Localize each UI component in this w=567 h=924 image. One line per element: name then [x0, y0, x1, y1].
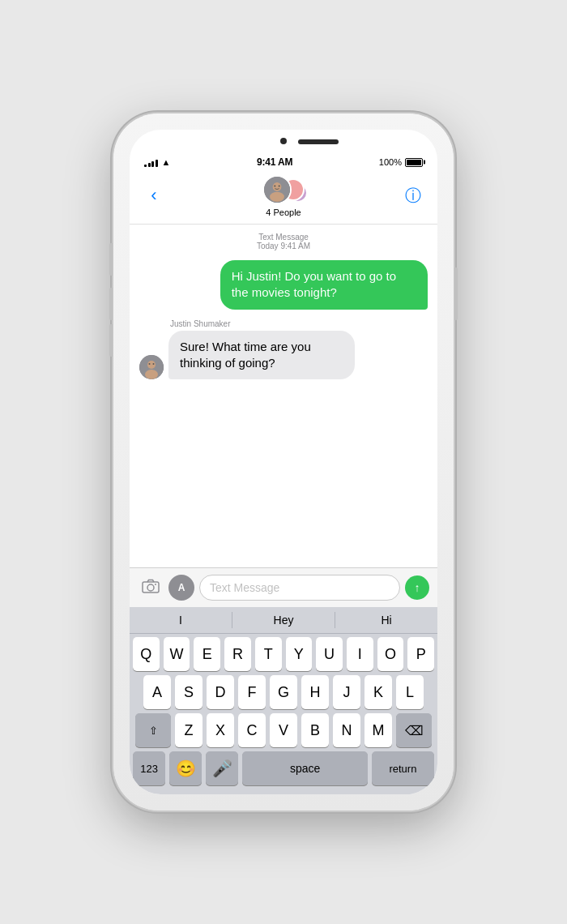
received-inner: Justin Shumaker Sure! What time are you … [168, 319, 355, 380]
received-bubble[interactable]: Sure! What time are you thinking of goin… [168, 331, 355, 380]
key-m[interactable]: M [364, 713, 392, 747]
key-k[interactable]: K [364, 675, 392, 709]
key-j[interactable]: J [333, 675, 360, 709]
key-d[interactable]: D [207, 675, 234, 709]
battery-fill [407, 160, 421, 165]
key-shift[interactable]: ⇧ [135, 713, 171, 747]
key-r[interactable]: R [224, 637, 251, 671]
status-time: 9:41 AM [257, 156, 292, 168]
sender-name: Justin Shumaker [170, 319, 355, 328]
info-button[interactable]: ⓘ [399, 185, 428, 207]
signal-bar-1 [144, 165, 147, 167]
key-i[interactable]: I [347, 637, 373, 671]
key-v[interactable]: V [270, 713, 297, 747]
status-bar: ▲ 9:41 AM 100% [130, 152, 437, 170]
predictive-item-1[interactable]: I [130, 612, 232, 628]
key-g[interactable]: G [270, 675, 297, 709]
key-p[interactable]: P [407, 637, 434, 671]
appstore-button[interactable]: A [168, 575, 194, 601]
key-o[interactable]: O [377, 637, 404, 671]
camera-icon [142, 579, 160, 597]
svg-point-7 [145, 370, 158, 379]
svg-point-12 [155, 584, 156, 585]
key-n[interactable]: N [333, 713, 360, 747]
phone-device: ▲ 9:41 AM 100% ‹ [113, 113, 454, 811]
text-input-placeholder: Text Message [210, 581, 279, 594]
key-s[interactable]: S [175, 675, 202, 709]
key-y[interactable]: Y [286, 637, 313, 671]
key-a[interactable]: A [143, 675, 171, 709]
keyboard-row-4: 123 😊 🎤 space return [133, 751, 434, 785]
key-e[interactable]: E [194, 637, 220, 671]
back-button[interactable]: ‹ [139, 185, 168, 206]
message-received: Justin Shumaker Sure! What time are you … [139, 319, 428, 380]
sender-avatar [139, 355, 164, 379]
phone-screen: ▲ 9:41 AM 100% ‹ [130, 130, 437, 794]
send-arrow-icon: ↑ [415, 581, 420, 594]
svg-point-3 [274, 185, 275, 186]
timestamp-label: Text Message [139, 233, 428, 242]
wifi-icon: ▲ [162, 157, 171, 167]
key-c[interactable]: C [238, 713, 266, 747]
svg-text:A: A [178, 582, 185, 593]
camera-svg [142, 579, 160, 593]
key-b[interactable]: B [301, 713, 329, 747]
key-numbers[interactable]: 123 [133, 751, 165, 785]
svg-point-9 [153, 363, 155, 365]
key-space[interactable]: space [242, 751, 367, 785]
key-w[interactable]: W [164, 637, 190, 671]
message-sent: Hi Justin! Do you want to go to the movi… [139, 260, 428, 310]
send-button[interactable]: ↑ [405, 575, 429, 600]
front-camera [280, 138, 287, 144]
predictive-bar: I Hey Hi [130, 607, 437, 634]
predictive-item-3[interactable]: Hi [335, 612, 437, 628]
svg-point-8 [149, 363, 151, 365]
key-u[interactable]: U [316, 637, 343, 671]
message-timestamp: Text Message Today 9:41 AM [139, 233, 428, 250]
keyboard-row-1: Q W E R T Y U I O P [133, 637, 434, 671]
messages-area: Text Message Today 9:41 AM Hi Justin! Do… [130, 225, 437, 567]
battery-percent: 100% [379, 157, 402, 167]
svg-point-11 [147, 584, 154, 591]
sent-bubble[interactable]: Hi Justin! Do you want to go to the movi… [220, 260, 428, 310]
key-x[interactable]: X [207, 713, 234, 747]
navigation-bar: ‹ [130, 170, 437, 225]
key-h[interactable]: H [301, 675, 329, 709]
signal-bar-2 [148, 163, 151, 167]
svg-point-2 [270, 192, 284, 202]
predictive-item-2[interactable]: Hey [232, 612, 335, 628]
battery-icon [405, 158, 423, 167]
svg-point-6 [147, 361, 156, 369]
key-f[interactable]: F [238, 675, 266, 709]
earpiece-speaker [298, 139, 339, 144]
svg-point-4 [279, 185, 280, 186]
keyboard-row-3: ⇧ Z X C V B N M ⌫ [133, 713, 434, 747]
status-left: ▲ [144, 157, 170, 167]
key-return[interactable]: return [372, 751, 434, 785]
appstore-svg: A [174, 580, 189, 595]
key-z[interactable]: Z [175, 713, 202, 747]
timestamp-sublabel: Today 9:41 AM [139, 242, 428, 250]
key-t[interactable]: T [255, 637, 282, 671]
signal-bar-3 [151, 161, 154, 167]
nav-center: 4 People [261, 173, 306, 217]
text-input-wrapper[interactable]: Text Message [199, 575, 400, 601]
key-mic[interactable]: 🎤 [206, 751, 238, 785]
camera-button[interactable] [138, 575, 164, 601]
message-input-area: A Text Message ↑ [130, 567, 437, 607]
avatar-main [262, 175, 292, 204]
group-name[interactable]: 4 People [266, 207, 301, 217]
group-avatar [261, 173, 306, 206]
person-avatar-svg [264, 175, 290, 204]
key-q[interactable]: Q [133, 637, 160, 671]
key-l[interactable]: L [396, 675, 424, 709]
key-backspace[interactable]: ⌫ [396, 713, 432, 747]
top-notch [130, 130, 437, 152]
svg-point-1 [273, 182, 282, 191]
keyboard: Q W E R T Y U I O P A S D F G H J K [130, 634, 437, 794]
keyboard-row-2: A S D F G H J K L [133, 675, 434, 709]
sender-avatar-svg [139, 355, 164, 379]
status-right: 100% [379, 157, 423, 167]
signal-bar-4 [156, 160, 158, 167]
key-emoji[interactable]: 😊 [169, 751, 202, 785]
